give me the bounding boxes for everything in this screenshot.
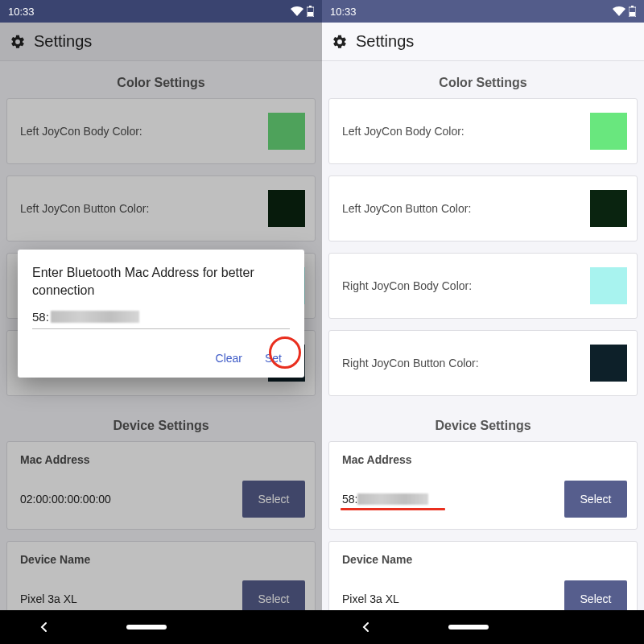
svg-rect-5 xyxy=(630,12,635,16)
dialog-set-button[interactable]: Set xyxy=(257,347,290,369)
dialog-title: Enter Bluetooth Mac Address for better c… xyxy=(32,264,290,299)
device-settings-heading: Device Settings xyxy=(328,407,638,441)
color-swatch[interactable] xyxy=(590,190,627,227)
color-row-label: Right JoyCon Body Color: xyxy=(342,279,472,292)
svg-rect-2 xyxy=(308,12,313,16)
battery-icon xyxy=(307,6,314,17)
status-time: 10:33 xyxy=(8,6,35,18)
color-row-left-button[interactable]: Left JoyCon Button Color: xyxy=(328,175,638,242)
color-row-left-body[interactable]: Left JoyCon Body Color: xyxy=(328,98,638,164)
dialog-clear-button[interactable]: Clear xyxy=(208,347,250,369)
color-settings-heading: Color Settings xyxy=(328,64,638,98)
color-swatch[interactable] xyxy=(590,345,627,382)
phone-screen-left: 10:33 Settings Color Settings Left JoyCo… xyxy=(0,0,322,644)
status-icons xyxy=(291,6,314,17)
page-title: Settings xyxy=(356,32,414,51)
mac-input-prefix: 58: xyxy=(32,310,49,324)
mac-address-label: Mac Address xyxy=(342,453,627,466)
mac-value-prefix: 58: xyxy=(342,493,357,506)
gear-icon xyxy=(332,34,348,50)
mac-address-card: Mac Address 58: Select xyxy=(328,441,638,530)
mac-address-value: 58: xyxy=(342,493,428,506)
color-row-label: Right JoyCon Button Color: xyxy=(342,357,479,369)
color-row-right-body[interactable]: Right JoyCon Body Color: xyxy=(328,253,638,319)
status-icons xyxy=(613,6,636,17)
wifi-icon xyxy=(291,6,303,16)
navigation-bar xyxy=(0,610,322,644)
color-row-label: Left JoyCon Body Color: xyxy=(342,125,464,138)
color-row-label: Left JoyCon Button Color: xyxy=(342,202,471,215)
color-row-right-button[interactable]: Right JoyCon Button Color: xyxy=(328,330,638,396)
navigation-bar xyxy=(322,610,644,644)
redacted-text xyxy=(357,493,428,505)
status-bar: 10:33 xyxy=(322,0,644,23)
device-name-card: Device Name Pixel 3a XL Select xyxy=(328,541,638,610)
mac-address-dialog: Enter Bluetooth Mac Address for better c… xyxy=(18,250,304,378)
color-swatch[interactable] xyxy=(590,113,627,150)
home-pill[interactable] xyxy=(448,625,489,630)
wifi-icon xyxy=(613,6,625,16)
content-area: Color Settings Left JoyCon Body Color: L… xyxy=(322,61,644,610)
device-name-value: Pixel 3a XL xyxy=(342,592,399,605)
app-bar: Settings xyxy=(322,23,644,61)
color-swatch[interactable] xyxy=(590,267,627,304)
svg-rect-1 xyxy=(309,6,312,7)
device-name-select-button[interactable]: Select xyxy=(564,580,627,610)
phone-screen-right: 10:33 Settings Color Settings Left JoyCo… xyxy=(322,0,644,644)
battery-icon xyxy=(629,6,636,17)
device-name-label: Device Name xyxy=(342,553,627,566)
mac-address-input[interactable]: 58: xyxy=(32,307,290,329)
highlight-underline-annotation xyxy=(341,508,445,510)
svg-rect-4 xyxy=(631,6,634,7)
status-bar: 10:33 xyxy=(0,0,322,23)
back-icon[interactable] xyxy=(39,621,50,633)
status-time: 10:33 xyxy=(330,6,357,18)
redacted-text xyxy=(51,311,139,323)
home-pill[interactable] xyxy=(126,625,167,630)
dialog-actions: Clear Set xyxy=(32,347,290,369)
back-icon[interactable] xyxy=(361,621,372,633)
mac-select-button[interactable]: Select xyxy=(564,481,627,518)
